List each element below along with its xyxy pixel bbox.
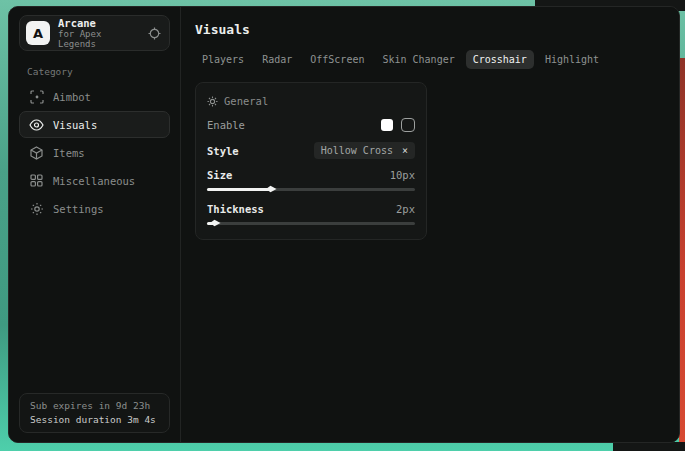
sidebar-item-label: Miscellaneous <box>53 175 135 187</box>
target-icon[interactable] <box>148 27 161 40</box>
color-swatch[interactable] <box>381 119 393 131</box>
sub-expires-text: Sub expires in 9d 23h <box>30 399 159 413</box>
size-label: Size <box>207 169 232 181</box>
enable-controls <box>381 118 415 132</box>
enable-row: Enable <box>207 118 415 132</box>
tab-crosshair[interactable]: Crosshair <box>466 50 534 69</box>
enable-label: Enable <box>207 119 245 131</box>
aimbot-icon <box>29 90 44 104</box>
enable-checkbox[interactable] <box>401 118 415 132</box>
thickness-slider-track <box>207 222 415 225</box>
sidebar-item-settings[interactable]: Settings <box>19 195 170 222</box>
style-label: Style <box>207 145 239 157</box>
style-row: Style Hollow Cross × <box>207 142 415 159</box>
thickness-slider-fill <box>207 222 215 225</box>
app-title: Arcane <box>58 17 140 29</box>
size-slider[interactable] <box>207 185 415 193</box>
sidebar-item-label: Aimbot <box>53 91 91 103</box>
thickness-slider[interactable] <box>207 219 415 227</box>
profile-text: Arcane for Apex Legends <box>58 17 140 50</box>
misc-icon <box>29 174 44 187</box>
main-content: Visuals Players Radar OffScreen Skin Cha… <box>181 7 679 442</box>
sidebar-item-label: Items <box>53 147 85 159</box>
category-label: Category <box>27 66 180 77</box>
sidebar-item-label: Settings <box>53 203 104 215</box>
size-value: 10px <box>390 169 415 181</box>
subscription-card: Sub expires in 9d 23h Session duration 3… <box>19 393 170 433</box>
sidebar: A Arcane for Apex Legends Category <box>9 7 181 442</box>
background-dark-corner-bottom <box>613 442 685 451</box>
general-icon <box>207 96 218 107</box>
app-logo: A <box>26 21 50 45</box>
thickness-label: Thickness <box>207 203 264 215</box>
chip-remove-icon[interactable]: × <box>402 146 408 156</box>
size-slider-fill <box>207 188 271 191</box>
page-title: Visuals <box>195 22 665 37</box>
panel-header-label: General <box>224 95 268 107</box>
sidebar-item-miscellaneous[interactable]: Miscellaneous <box>19 167 170 194</box>
thickness-value: 2px <box>396 203 415 215</box>
arcane-menu-window: A Arcane for Apex Legends Category <box>8 6 680 443</box>
size-slider-thumb[interactable] <box>266 185 277 193</box>
sidebar-nav: Aimbot Visuals Items <box>9 81 180 224</box>
profile-card: A Arcane for Apex Legends <box>19 15 170 51</box>
session-duration-text: Session duration 3m 4s <box>30 413 159 427</box>
sidebar-item-label: Visuals <box>53 119 97 131</box>
tab-radar[interactable]: Radar <box>255 50 299 69</box>
app-subtitle: for Apex Legends <box>58 29 140 50</box>
sidebar-item-aimbot[interactable]: Aimbot <box>19 83 170 110</box>
sidebar-item-items[interactable]: Items <box>19 139 170 166</box>
panel-header: General <box>207 95 415 107</box>
sidebar-item-visuals[interactable]: Visuals <box>19 111 170 138</box>
tab-offscreen[interactable]: OffScreen <box>303 50 371 69</box>
thickness-row: Thickness 2px <box>207 203 415 215</box>
thickness-slider-thumb[interactable] <box>210 219 221 227</box>
settings-icon <box>29 202 44 216</box>
tab-bar: Players Radar OffScreen Skin Changer Cro… <box>195 50 665 69</box>
style-chip[interactable]: Hollow Cross × <box>314 142 415 159</box>
size-row: Size 10px <box>207 169 415 181</box>
tab-players[interactable]: Players <box>195 50 251 69</box>
visuals-icon <box>29 119 44 131</box>
items-icon <box>29 146 44 160</box>
general-panel: General Enable Style Hollow Cross × Size… <box>195 82 427 240</box>
tab-skin-changer[interactable]: Skin Changer <box>375 50 461 69</box>
tab-highlight[interactable]: Highlight <box>538 50 606 69</box>
style-chip-value: Hollow Cross <box>321 145 393 156</box>
